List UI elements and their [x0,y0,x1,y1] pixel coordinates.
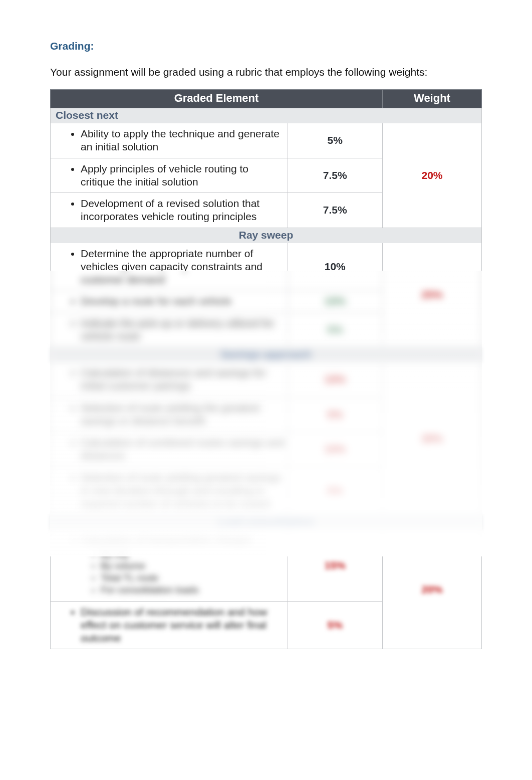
col-header-element: Graded Element [51,90,383,108]
rubric-item-weight: 10% [288,291,382,312]
section-total-weight: 30% [382,362,481,515]
rubric-item-cell: Ability to apply the technique and gener… [51,123,288,158]
rubric-item-weight: 10% [288,243,382,291]
rubric-item-weight: 10% [288,362,382,397]
rubric-subitem: For consolidation loads [101,584,285,596]
rubric-row: Determine the appropriate number of vehi… [51,243,482,291]
rubric-item-cell: Selection of route yielding greatest sav… [51,467,288,515]
rubric-item-text: Calculation of combined routes savings a… [81,434,285,465]
rubric-item-weight: 7.5% [288,158,382,193]
rubric-item-text: Discussion of recommendation and how eff… [81,604,285,647]
rubric-item-text: Calculation of transportation chargesBy … [81,532,285,599]
rubric-item-text: Develop a route for each vehicle [81,293,285,310]
rubric-row: Calculation of transportation chargesBy … [51,530,482,601]
rubric-item-text: Selection of route yielding greatest sav… [81,469,285,513]
section-total-weight: 25% [382,243,481,347]
rubric-item-weight: 5% [288,601,382,649]
rubric-item-cell: Develop a route for each vehicle [51,291,288,312]
rubric-subitem: By volume [101,560,285,572]
section-header: Load consolidation [51,515,482,530]
section-header: Closest next [51,108,482,124]
section-total-weight: 20% [382,123,481,228]
intro-text: Your assignment will be graded using a r… [50,66,482,78]
rubric-item-cell: Discussion of recommendation and how eff… [51,601,288,649]
rubric-row: Calculation of distances and savings for… [51,362,482,397]
rubric-item-cell: Selection of route yielding the greatest… [51,397,288,432]
rubric-item-text: Apply principles of vehicle routing to c… [81,160,285,191]
rubric-item-weight: 5% [288,312,382,347]
rubric-subitem: By city [101,548,285,560]
col-header-weight: Weight [382,90,481,108]
rubric-item-weight: 7.5% [288,193,382,228]
rubric-item-text: Indicate the pick-up or delivery utilize… [81,315,285,345]
rubric-item-cell: Indicate the pick-up or delivery utilize… [51,312,288,347]
rubric-item-text: Selection of route yielding the greatest… [81,400,285,430]
rubric-item-cell: Development of a revised solution that i… [51,193,288,228]
section-header: Ray sweep [51,228,482,243]
rubric-item-cell: Determine the appropriate number of vehi… [51,243,288,291]
grading-heading: Grading: [50,40,482,52]
section-header: Savings approach [51,347,482,363]
rubric-item-weight: 5% [288,123,382,158]
rubric-item-text: Development of a revised solution that i… [81,195,285,226]
rubric-subitem: Total TL route [101,572,285,584]
table-header-row: Graded ElementWeight [51,90,482,108]
section-total-weight: 20% [382,530,481,649]
rubric-item-cell: Calculation of transportation chargesBy … [51,530,288,601]
rubric-item-weight: 15% [288,530,382,601]
rubric-row: Ability to apply the technique and gener… [51,123,482,158]
rubric-item-text: Determine the appropriate number of vehi… [81,245,285,289]
rubric-item-cell: Calculation of combined routes savings a… [51,432,288,467]
rubric-item-weight: 5% [288,397,382,432]
rubric-item-cell: Apply principles of vehicle routing to c… [51,158,288,193]
rubric-item-weight: 5% [288,467,382,515]
grading-rubric-table: Graded ElementWeightClosest nextAbility … [50,89,482,649]
rubric-item-text: Calculation of distances and savings for… [81,364,285,395]
rubric-item-weight: 10% [288,432,382,467]
rubric-item-text: Ability to apply the technique and gener… [81,125,285,156]
rubric-item-cell: Calculation of distances and savings for… [51,362,288,397]
